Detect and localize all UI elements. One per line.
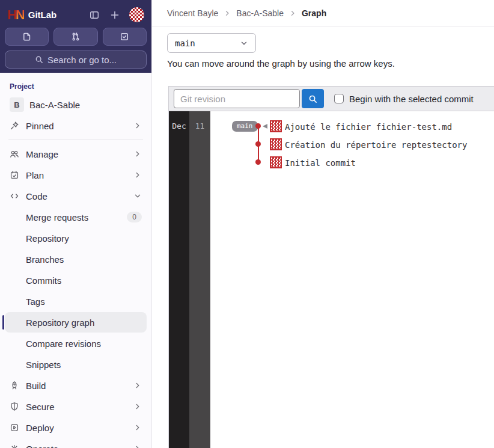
- deploy-icon: [10, 423, 19, 432]
- graph-toolbar: Begin with the selected commit: [168, 86, 494, 111]
- breadcrumb: Vincent Bayle Bac-A-Sable Graph: [167, 0, 326, 26]
- sidebar-item-pinned[interactable]: Pinned: [5, 115, 147, 136]
- search-or-go-to[interactable]: Search or go to...: [5, 51, 147, 69]
- chevron-right-icon: [289, 10, 296, 17]
- instance-logo[interactable]: HN: [7, 8, 24, 22]
- sidebar-item-operate[interactable]: Operate: [5, 438, 147, 448]
- commit-author-avatar[interactable]: [270, 156, 282, 168]
- commit-dot[interactable]: [255, 123, 261, 129]
- sidebar: HN GitLab Search or go to...: [0, 0, 152, 448]
- active-indicator: [2, 315, 4, 330]
- begin-with-commit-checkbox[interactable]: [334, 94, 344, 103]
- project-avatar: B: [10, 97, 24, 112]
- breadcrumb-current-page: Graph: [302, 8, 326, 18]
- gear-icon: [10, 444, 19, 448]
- breadcrumb-project[interactable]: Bac-A-Sable: [236, 8, 284, 18]
- sidebar-item-manage[interactable]: Manage: [5, 144, 147, 164]
- todo-shortcut-button[interactable]: [103, 28, 147, 46]
- commit-message[interactable]: Ajouté le fichier fichier-test.md: [285, 122, 452, 132]
- issues-icon: [22, 32, 32, 41]
- sidebar-item-repository[interactable]: Repository: [5, 228, 147, 248]
- chevron-right-icon: [133, 150, 142, 158]
- sidebar-item-build[interactable]: Build: [5, 375, 147, 396]
- graph-hint-text: You can move around the graph by using t…: [167, 58, 395, 69]
- branch-ref-badge[interactable]: main: [232, 121, 258, 132]
- chevron-right-icon: [133, 402, 142, 411]
- sidebar-item-project[interactable]: B Bac-A-Sable: [5, 94, 147, 115]
- sidebar-item-secure[interactable]: Secure: [5, 396, 147, 417]
- search-icon: [308, 94, 317, 103]
- chevron-right-icon: [133, 381, 142, 390]
- project-name: Bac-A-Sable: [29, 100, 80, 110]
- chevron-right-icon: [133, 121, 142, 130]
- chevron-right-icon: [133, 444, 142, 448]
- rocket-icon: [10, 381, 19, 390]
- git-revision-input[interactable]: [174, 89, 300, 108]
- sidebar-nav: Project B Bac-A-Sable Pinned Manage Plan…: [0, 73, 151, 448]
- code-icon: [10, 191, 19, 201]
- shield-icon: [10, 402, 19, 411]
- day-label: 11: [189, 121, 210, 130]
- commit-message[interactable]: Initial commit: [285, 158, 356, 168]
- chevron-down-icon: [133, 192, 142, 200]
- begin-with-commit-label[interactable]: Begin with the selected commit: [349, 94, 474, 104]
- revision-search-button[interactable]: [302, 89, 324, 108]
- chevron-down-icon: [240, 39, 248, 48]
- sidebar-header: HN GitLab Search or go to...: [0, 0, 151, 73]
- sidebar-item-repository-graph[interactable]: Repository graph: [5, 312, 147, 333]
- sidebar-item-snippets[interactable]: Snippets: [5, 354, 147, 375]
- commit-author-avatar[interactable]: [270, 120, 282, 132]
- issues-shortcut-button[interactable]: [5, 28, 49, 46]
- sidebar-item-compare-revisions[interactable]: Compare revisions: [5, 333, 147, 354]
- sidebar-item-tags[interactable]: Tags: [5, 291, 147, 311]
- branch-selector-dropdown[interactable]: main: [167, 33, 256, 53]
- calendar-icon: [10, 170, 19, 180]
- commit-message[interactable]: Création du répertoire reptestectory: [285, 140, 467, 150]
- branch-selector-value: main: [175, 38, 195, 48]
- chevron-right-icon: [133, 423, 142, 432]
- project-section-label: Project: [5, 80, 147, 94]
- search-icon: [35, 55, 43, 64]
- graph-month-column: Dec: [169, 111, 189, 448]
- merge-requests-count-badge: 0: [127, 212, 142, 222]
- sidebar-item-merge-requests[interactable]: Merge requests 0: [5, 207, 147, 227]
- sidebar-item-deploy[interactable]: Deploy: [5, 417, 147, 438]
- user-avatar[interactable]: [129, 7, 144, 22]
- sidebar-item-branches[interactable]: Branches: [5, 249, 147, 269]
- merge-request-icon: [71, 32, 81, 41]
- branch-pointer-icon: [263, 124, 267, 129]
- pin-icon: [10, 121, 19, 130]
- gitlab-wordmark[interactable]: GitLab: [28, 10, 57, 20]
- chevron-right-icon: [224, 10, 231, 17]
- sidebar-item-plan[interactable]: Plan: [5, 165, 147, 185]
- sidebar-toggle-icon[interactable]: [86, 7, 103, 23]
- todo-check-icon: [120, 32, 129, 41]
- users-icon: [10, 149, 19, 159]
- header-divider: [152, 26, 494, 26]
- breadcrumb-user[interactable]: Vincent Bayle: [167, 8, 218, 18]
- sidebar-divider: [8, 140, 143, 140]
- month-label: Dec: [169, 121, 189, 130]
- create-new-icon[interactable]: [106, 7, 123, 23]
- graph-canvas[interactable]: Dec 11 main Ajouté le fichier fichier-te…: [168, 111, 494, 448]
- merge-requests-shortcut-button[interactable]: [53, 28, 97, 46]
- commit-dot[interactable]: [255, 159, 261, 165]
- sidebar-item-code[interactable]: Code: [5, 186, 147, 206]
- chevron-right-icon: [133, 171, 142, 179]
- graph-day-column: 11: [189, 111, 210, 448]
- repository-graph-panel: Begin with the selected commit Dec 11 ma…: [168, 86, 494, 448]
- search-label: Search or go to...: [47, 55, 117, 65]
- sidebar-item-commits[interactable]: Commits: [5, 270, 147, 290]
- commit-dot[interactable]: [255, 141, 261, 147]
- commit-author-avatar[interactable]: [270, 138, 282, 150]
